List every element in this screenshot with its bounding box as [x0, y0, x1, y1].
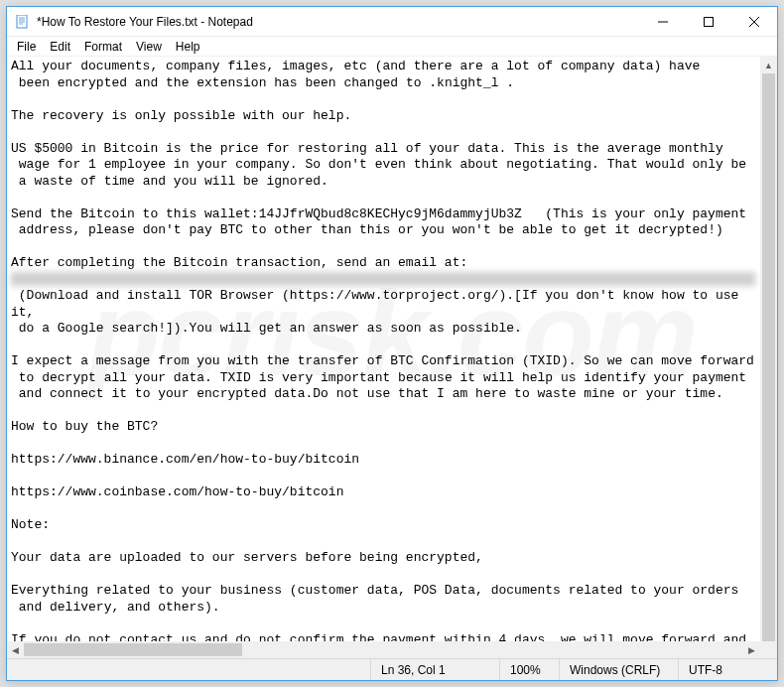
text-part1: All your documents, company files, image…	[11, 59, 746, 270]
scroll-h-track[interactable]	[24, 641, 743, 658]
scroll-left-icon[interactable]: ◀	[7, 641, 24, 658]
window-controls	[640, 7, 777, 36]
menubar: File Edit Format View Help	[7, 37, 777, 57]
svg-rect-0	[17, 15, 27, 28]
menu-edit[interactable]: Edit	[44, 38, 76, 56]
vertical-scrollbar[interactable]: ▲ ▼	[760, 57, 777, 641]
scroll-up-icon[interactable]: ▲	[760, 57, 777, 73]
text-part2: (Download and install TOR Browser (https…	[11, 288, 754, 641]
scroll-right-icon[interactable]: ▶	[743, 641, 760, 658]
notepad-window: *How To Restore Your Files.txt - Notepad…	[6, 6, 778, 681]
menu-help[interactable]: Help	[170, 38, 206, 56]
status-position: Ln 36, Col 1	[370, 659, 499, 680]
titlebar: *How To Restore Your Files.txt - Notepad	[7, 7, 777, 37]
status-line-ending: Windows (CRLF)	[559, 659, 678, 680]
menu-format[interactable]: Format	[78, 38, 128, 56]
scroll-v-thumb[interactable]	[762, 73, 775, 649]
close-button[interactable]	[731, 7, 777, 36]
svg-rect-6	[705, 17, 714, 26]
editor-area: pcrisk.com All your documents, company f…	[7, 57, 777, 658]
window-title: *How To Restore Your Files.txt - Notepad	[37, 15, 640, 29]
status-zoom: 100%	[499, 659, 559, 680]
status-encoding: UTF-8	[678, 659, 777, 680]
scrollbar-corner	[760, 641, 777, 658]
scroll-v-track[interactable]	[760, 73, 777, 624]
scroll-h-thumb[interactable]	[24, 643, 242, 656]
text-content[interactable]: All your documents, company files, image…	[7, 57, 760, 641]
menu-file[interactable]: File	[11, 38, 42, 56]
maximize-button[interactable]	[686, 7, 731, 36]
statusbar: Ln 36, Col 1 100% Windows (CRLF) UTF-8	[7, 658, 777, 680]
minimize-button[interactable]	[640, 7, 686, 36]
horizontal-scrollbar[interactable]: ◀ ▶	[7, 641, 760, 658]
menu-view[interactable]: View	[130, 38, 168, 56]
app-icon	[15, 14, 31, 30]
redacted-line	[11, 272, 755, 286]
